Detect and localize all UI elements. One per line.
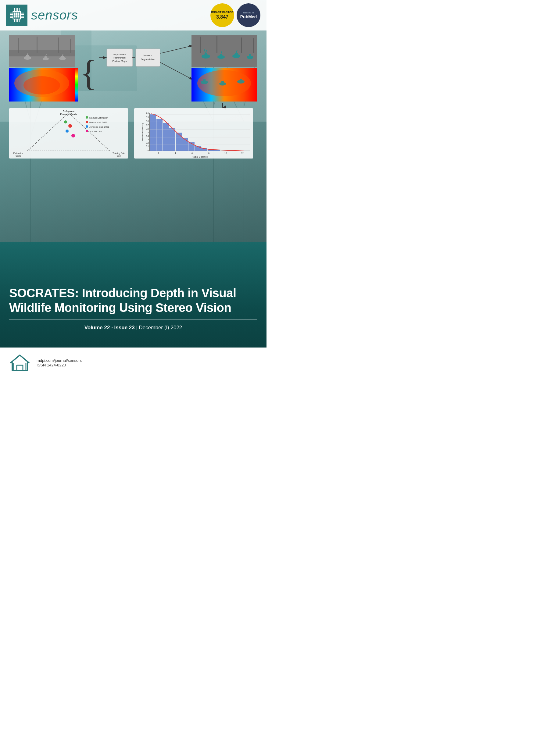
svg-rect-81 (191, 35, 257, 67)
pubmed-indexed-label: Indexed in: (242, 11, 254, 14)
svg-rect-94 (235, 53, 238, 56)
svg-line-76 (160, 63, 192, 79)
svg-rect-107 (203, 79, 206, 83)
impact-factor-badge: IMPACT FACTOR 3.847 (210, 3, 234, 27)
svg-rect-55 (75, 68, 78, 101)
svg-rect-111 (240, 79, 242, 82)
pubmed-badge: Indexed in: PubMed (237, 3, 260, 27)
svg-text:0.7: 0.7 (146, 124, 149, 126)
svg-point-64 (23, 76, 60, 94)
svg-text:Manual Estimation: Manual Estimation (89, 117, 108, 119)
mdpi-logo-icon (9, 354, 31, 372)
svg-text:4: 4 (175, 152, 176, 154)
svg-rect-87 (205, 53, 207, 57)
svg-point-132 (86, 121, 88, 123)
svg-text:0.2: 0.2 (146, 142, 149, 144)
svg-text:Hauke et al. 2022: Hauke et al. 2022 (89, 121, 107, 124)
svg-text:8: 8 (208, 152, 210, 154)
svg-text:Training Data: Training Data (113, 152, 125, 154)
svg-text:0.6: 0.6 (146, 128, 149, 130)
svg-rect-97 (249, 54, 251, 58)
footer-text: mdpi.com/journal/sensors ISSN 1424-8220 (37, 358, 82, 367)
svg-text:Instance: Instance (144, 54, 152, 57)
svg-text:Estimation: Estimation (14, 152, 23, 154)
svg-point-126 (64, 121, 67, 123)
svg-text:Segmentation: Segmentation (141, 58, 155, 61)
main-title: SOCRATES: Introducing Depth in Visual Wi… (9, 285, 257, 315)
svg-text:0.5: 0.5 (146, 131, 149, 134)
svg-text:Detection Probability: Detection Probability (141, 122, 144, 142)
svg-rect-85 (253, 38, 254, 53)
svg-rect-83 (216, 36, 217, 53)
svg-rect-160 (150, 114, 156, 151)
svg-text:Feature Maps: Feature Maps (113, 60, 127, 63)
svg-point-134 (86, 125, 88, 128)
svg-rect-51 (18, 38, 19, 53)
svg-rect-163 (169, 128, 175, 151)
svg-rect-164 (176, 133, 182, 151)
svg-rect-53 (58, 38, 59, 53)
svg-point-127 (68, 124, 72, 128)
diagram-svg: 100 60 20 10 5 Depth [m] { Depth-aware H… (9, 32, 257, 160)
svg-rect-165 (182, 138, 188, 151)
svg-rect-43 (26, 55, 29, 58)
svg-text:Hierarchical: Hierarchical (113, 56, 126, 59)
svg-point-136 (86, 130, 88, 132)
pubmed-name: PubMed (240, 14, 257, 19)
svg-rect-46 (44, 56, 47, 59)
footer: mdpi.com/journal/sensors ISSN 1424-8220 (0, 347, 266, 378)
svg-rect-52 (37, 37, 38, 53)
svg-text:Radial Distance: Radial Distance (192, 155, 208, 158)
header: sensors IMPACT FACTOR 3.847 Indexed in: … (0, 0, 266, 31)
header-badges: IMPACT FACTOR 3.847 Indexed in: PubMed (210, 3, 260, 27)
svg-text:Depth-aware: Depth-aware (113, 53, 126, 56)
title-section: SOCRATES: Introducing Depth in Visual Wi… (0, 278, 266, 334)
svg-text:2: 2 (158, 152, 159, 154)
svg-line-75 (160, 46, 192, 53)
svg-rect-109 (221, 81, 224, 84)
svg-text:1.0: 1.0 (146, 112, 149, 114)
diagram-area: 100 60 20 10 5 Depth [m] { Depth-aware H… (9, 32, 257, 160)
divider (9, 319, 257, 320)
svg-text:Cost: Cost (117, 155, 121, 157)
svg-rect-70 (136, 49, 160, 67)
svg-text:Footage Costs: Footage Costs (60, 113, 77, 116)
svg-rect-54 (70, 39, 71, 53)
svg-rect-162 (163, 123, 169, 151)
svg-text:Johanns et al. 2022: Johanns et al. 2022 (89, 125, 109, 128)
journal-logo-box (6, 5, 27, 26)
svg-point-128 (66, 129, 69, 133)
svg-rect-49 (61, 56, 64, 59)
svg-text:{: { (80, 53, 98, 93)
footer-website: mdpi.com/journal/sensors (37, 358, 82, 363)
svg-rect-84 (241, 38, 242, 53)
svg-text:0.1: 0.1 (146, 145, 149, 147)
volume-text: Volume 22 · Issue 23 (84, 325, 135, 331)
svg-text:10: 10 (224, 152, 227, 154)
svg-text:0.3: 0.3 (146, 138, 149, 141)
date-text: | December (I) 2022 (136, 325, 182, 331)
svg-text:12: 12 (241, 152, 244, 154)
footer-issn: ISSN 1424-8220 (37, 363, 82, 367)
volume-info: Volume 22 · Issue 23 | December (I) 2022 (9, 325, 257, 331)
impact-factor-number: 3.847 (216, 14, 228, 20)
svg-rect-161 (156, 119, 162, 151)
svg-text:Costs: Costs (15, 155, 21, 157)
svg-point-130 (86, 116, 88, 119)
svg-text:0.4: 0.4 (146, 135, 149, 137)
page-wrapper: sensors IMPACT FACTOR 3.847 Indexed in: … (0, 0, 266, 378)
svg-point-129 (71, 134, 75, 138)
chip-icon (10, 8, 24, 22)
impact-factor-label: IMPACT FACTOR (211, 11, 233, 14)
svg-text:0.9: 0.9 (146, 116, 149, 118)
svg-text:0.0: 0.0 (146, 149, 149, 151)
svg-text:6: 6 (191, 152, 193, 154)
svg-rect-91 (220, 54, 222, 57)
svg-rect-82 (200, 37, 201, 53)
journal-name-text: sensors (31, 8, 78, 23)
svg-text:0.8: 0.8 (146, 120, 149, 122)
svg-text:Reference: Reference (63, 110, 75, 113)
svg-text:SOCRATES: SOCRATES (89, 130, 102, 133)
